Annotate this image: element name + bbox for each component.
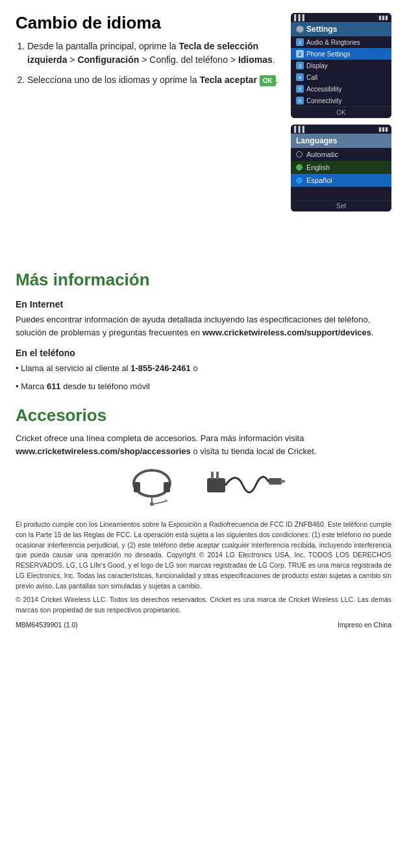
lang-item-english: English: [291, 161, 391, 174]
step1-sep1: >: [67, 54, 77, 65]
phone1-signal: ▌▌▌: [294, 14, 306, 21]
accesorios-link: www.cricketwireless.com/shop/accessories: [16, 446, 191, 456]
svg-rect-11: [280, 480, 285, 483]
svg-rect-9: [216, 472, 219, 479]
step1-text: Desde la pantalla principal, oprime la: [27, 41, 179, 51]
impreso-label: Impreso en China: [338, 621, 391, 629]
phone-bullet2: • Marca 611 desde tu teléfono móvil: [16, 380, 391, 393]
accessory-images: [16, 464, 391, 509]
spacer2: [16, 250, 391, 270]
phone1-battery: ▮▮▮: [378, 14, 388, 21]
phone1-ok-bar: OK: [291, 106, 391, 118]
gear-icon: [296, 25, 304, 33]
internet-heading: En Internet: [16, 299, 391, 309]
phone1-title-bar: Settings: [291, 22, 391, 36]
phone1-title: Settings: [306, 25, 337, 34]
step-1: Desde la pantalla principal, oprime la T…: [27, 40, 280, 67]
svg-line-5: [154, 501, 165, 504]
phone-bullet1: • Llama al servicio al cliente al 1-855-…: [16, 362, 391, 375]
svg-rect-7: [207, 478, 225, 492]
phone1-menu-item-3: 3 Display: [291, 60, 391, 71]
phone2-set-bar: Set: [291, 200, 391, 211]
lang-item-automatic: Automatic: [291, 148, 391, 161]
svg-point-4: [150, 502, 154, 506]
step2-text: Selecciona uno de los idiomas y oprime l…: [27, 75, 199, 85]
legal-copyright: © 2014 Cricket Wireless LLC. Todos los d…: [16, 595, 391, 616]
cambio-idioma-section: Cambio de idioma Desde la pantalla princ…: [16, 13, 391, 211]
phone2-signal: ▌▌▌: [294, 126, 306, 132]
radio-english: [296, 164, 302, 171]
svg-rect-2: [164, 482, 170, 492]
accesorios-text-body: Cricket ofrece una línea completa de acc…: [16, 433, 304, 443]
phone1-menu-item-4: 4 Call: [291, 71, 391, 83]
ok-badge: OK: [260, 75, 276, 86]
internet-link: www.cricketwireless.com/support/devices: [203, 328, 371, 337]
phone1-menu-item-6: 6 Connectivity: [291, 95, 391, 106]
phone1-status-bar: ▌▌▌ ▮▮▮: [291, 13, 391, 22]
phone-bullet2-text: • Marca: [16, 381, 47, 391]
radio-automatic: [296, 151, 302, 158]
phone1-menu-item-1: 1 Audio & Ringtones: [291, 36, 391, 48]
cambio-idioma-steps: Desde la pantalla principal, oprime la T…: [16, 40, 280, 87]
legal-body: El producto cumple con los Lineamientos …: [16, 520, 391, 591]
phone2-battery: ▮▮▮: [378, 126, 388, 132]
phone-screenshots: ▌▌▌ ▮▮▮ Settings 1 Audio & Ringtones 2 P…: [291, 13, 391, 211]
svg-rect-8: [211, 472, 214, 479]
step1-bold2: Configuración: [77, 54, 139, 65]
phone-bullet1-text: • Llama al servicio al cliente al: [16, 363, 130, 373]
phone1-menu-item-5: 5 Accessibility: [291, 83, 391, 95]
step1-bold3: Idiomas: [238, 54, 273, 65]
step-2: Selecciona uno de los idiomas y oprime l…: [27, 73, 280, 87]
headset-image: [119, 464, 184, 509]
radio-espanol: [296, 177, 302, 184]
accesorios-title: Accesorios: [16, 405, 391, 426]
step2-bold: Tecla aceptar: [199, 75, 256, 85]
phone-heading: En el teléfono: [16, 348, 391, 358]
cable-image: [204, 464, 288, 509]
step1-sep2: > Config. del teléfono >: [139, 54, 238, 65]
cambio-idioma-title: Cambio de idioma: [16, 13, 280, 33]
lang-item-espanol: Español: [291, 174, 391, 187]
svg-point-6: [165, 500, 167, 502]
mas-informacion-title: Más información: [16, 270, 391, 290]
phone1-menu-item-2-active: 2 Phone Settings: [291, 48, 391, 60]
mbm-id: MBM64539901 (1.0): [16, 621, 78, 629]
svg-rect-1: [134, 482, 140, 492]
spacer1: [16, 231, 391, 250]
settings-phone-mockup: ▌▌▌ ▮▮▮ Settings 1 Audio & Ringtones 2 P…: [291, 13, 391, 118]
accesorios-text: Cricket ofrece una línea completa de acc…: [16, 432, 391, 457]
languages-phone-mockup: ▌▌▌ ▮▮▮ Languages Automatic English Espa…: [291, 125, 391, 211]
phone-number: 1-855-246-2461: [130, 363, 191, 373]
accesorios-text2: o visita tu tienda local de Cricket.: [191, 446, 317, 456]
phone2-status-bar: ▌▌▌ ▮▮▮: [291, 125, 391, 134]
internet-text: Puedes encontrar información de ayuda de…: [16, 313, 391, 339]
legal-text: El producto cumple con los Lineamientos …: [16, 520, 391, 616]
footer-line: MBM64539901 (1.0) Impreso en China: [16, 621, 391, 629]
accesorios-section: Accesorios Cricket ofrece una línea comp…: [16, 405, 391, 509]
short-code: 611: [47, 381, 61, 391]
svg-rect-10: [269, 478, 282, 485]
cambio-idioma-text: Cambio de idioma Desde la pantalla princ…: [16, 13, 280, 211]
phone2-title-bar: Languages: [291, 134, 391, 148]
mas-informacion-section: Más información En Internet Puedes encon…: [16, 270, 391, 392]
